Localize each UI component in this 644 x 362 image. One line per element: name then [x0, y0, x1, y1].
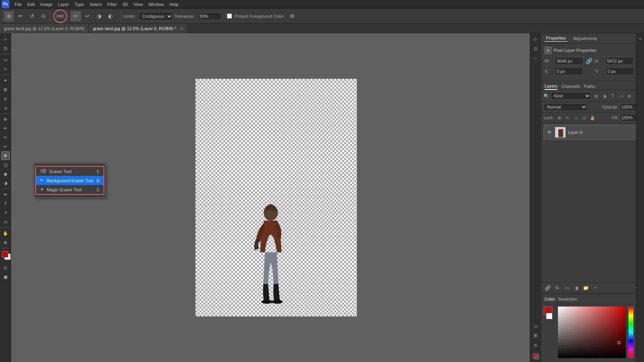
layers-tab-channels[interactable]: Channels	[562, 83, 580, 90]
menu-view[interactable]: View	[131, 1, 146, 8]
adjustments-tab[interactable]: Adjustments	[570, 35, 600, 42]
tool-perspective-crop[interactable]: ⧈	[1, 94, 10, 103]
tool-eraser-active[interactable]: ✂	[71, 11, 81, 21]
color-gradient-picker[interactable]	[558, 307, 626, 358]
menu-3d[interactable]: 3D	[120, 1, 131, 8]
flyout-bg-eraser-tool[interactable]: ✂ Background Eraser Tool E	[36, 176, 104, 185]
tool-lasso[interactable]: ∿	[1, 65, 10, 73]
tool-history[interactable]: ↩	[82, 11, 92, 21]
layers-tab-layers[interactable]: Layers	[544, 83, 558, 90]
doc-tab-2[interactable]: grass land.jpg @ 12.5% (Layer 0, RGB/8) …	[89, 24, 188, 33]
flyout-magic-eraser-tool[interactable]: ✦ Magic Eraser Tool E	[36, 185, 104, 194]
sec-tool-3[interactable]: ↔	[531, 54, 540, 63]
filter-type-icon[interactable]: T	[609, 92, 616, 99]
w-input[interactable]	[555, 57, 583, 65]
layer-vis-0[interactable]: 👁	[546, 129, 553, 135]
tool-type[interactable]: T	[1, 199, 10, 208]
tolerance-input[interactable]	[198, 12, 222, 20]
tool-rotate-btn[interactable]: ↺	[27, 11, 37, 21]
screen-mode-btn[interactable]: ▣	[1, 272, 10, 281]
tool-blur[interactable]: ◉	[1, 170, 10, 178]
tool-zoom[interactable]: ⊕	[1, 238, 10, 247]
sec-tool-color-1[interactable]	[531, 352, 540, 360]
tool-darken[interactable]: ◑	[94, 11, 104, 21]
tool-crop[interactable]: ⊞	[1, 85, 10, 94]
tool-brush[interactable]: ✏	[1, 124, 10, 133]
y-input[interactable]	[606, 67, 634, 75]
tool-artboard[interactable]: ⊡	[1, 44, 10, 53]
hue-strip[interactable]	[628, 307, 634, 358]
lock-pixels-icon[interactable]: ⊞	[556, 114, 563, 121]
menu-file[interactable]: File	[12, 1, 25, 8]
limits-select[interactable]: Contiguous	[139, 12, 173, 21]
layer-adj-btn[interactable]: ◑	[572, 284, 580, 292]
filter-pixel-icon[interactable]: ⊞	[592, 92, 600, 99]
tool-magic-wand[interactable]: ✦	[1, 76, 10, 85]
tool-spare-btn[interactable]: ⊙	[38, 11, 48, 21]
flyout-eraser-tool[interactable]: ⌫ Eraser Tool E	[36, 167, 104, 176]
canvas-document[interactable]	[196, 79, 357, 316]
lock-paint-icon[interactable]: ✏	[564, 114, 571, 121]
tool-path-select[interactable]: ↗	[1, 208, 10, 217]
layers-tab-paths[interactable]: Paths	[584, 83, 595, 90]
h-input[interactable]	[605, 57, 634, 65]
menu-layer[interactable]: Layer	[55, 1, 72, 8]
opacity-input[interactable]	[620, 103, 638, 111]
color-tab-swatches[interactable]: Swatches	[558, 296, 577, 302]
doc-tab-2-close[interactable]: ✕	[180, 27, 183, 31]
tool-select-btn[interactable]: ⊕	[4, 11, 14, 21]
menu-image[interactable]: Image	[38, 1, 56, 8]
filter-shape-icon[interactable]: ▭	[617, 92, 625, 99]
tool-clone[interactable]: ✂	[1, 133, 10, 142]
tool-history-brush[interactable]: ↩	[1, 142, 10, 151]
menu-edit[interactable]: Edit	[25, 1, 38, 8]
sec-tool-bottom-3[interactable]: ⧈	[531, 341, 540, 349]
color-tab-color[interactable]: Color	[544, 296, 555, 302]
menu-help[interactable]: Help	[167, 1, 182, 8]
filter-adj-icon[interactable]: ◑	[601, 92, 608, 99]
lock-artboard-icon[interactable]: ⊡	[581, 114, 588, 121]
tool-hand[interactable]: ✋	[1, 229, 10, 238]
tool-brush-btn[interactable]: ✏	[15, 11, 25, 21]
canvas-area[interactable]: ⌫ Eraser Tool E ✂ Background Eraser Tool…	[11, 33, 541, 362]
blend-mode-select[interactable]: Normal	[544, 103, 587, 111]
tool-lighten[interactable]: ◐	[105, 11, 115, 21]
bg-color-swatch[interactable]	[546, 313, 552, 319]
lock-move-icon[interactable]: ⊹	[572, 114, 579, 121]
doc-tab-1[interactable]: grass land.jpg @ 12.5% (Layer 0, RGB/8)	[0, 24, 89, 33]
tool-shape[interactable]: ▭	[1, 217, 10, 226]
filter-smart-icon[interactable]: ⊕	[626, 92, 633, 99]
tool-gradient[interactable]: ◫	[1, 160, 10, 169]
menu-filter[interactable]: Filter	[104, 1, 119, 8]
tool-eraser[interactable]: ✖	[1, 151, 10, 160]
sec-tool-bottom-1[interactable]: ▭	[531, 322, 540, 330]
layer-item-0[interactable]: 👁 Layer 0	[544, 125, 642, 140]
properties-tab[interactable]: Properties	[544, 35, 567, 42]
menu-window[interactable]: Window	[146, 1, 167, 8]
sec-tool-2[interactable]: ⊡	[531, 44, 540, 53]
tool-move[interactable]: ⊹	[1, 35, 10, 44]
layers-kind-select[interactable]: Kind	[551, 92, 591, 100]
link-icon[interactable]: 🔗	[586, 58, 592, 64]
fill-input[interactable]	[620, 114, 638, 122]
menu-select[interactable]: Select	[87, 1, 105, 8]
sec-tool-bottom-2[interactable]: ⊞	[531, 331, 540, 340]
protect-fg-checkbox[interactable]	[227, 13, 232, 19]
layer-group-btn[interactable]: 📁	[582, 284, 590, 292]
layer-fx-btn[interactable]: fx	[553, 284, 561, 292]
layer-link-btn[interactable]: 🔗	[544, 284, 552, 292]
layer-mask-btn[interactable]: ▭	[563, 284, 571, 292]
rsi-1[interactable]: ≡	[637, 35, 644, 43]
foreground-color[interactable]	[2, 251, 8, 257]
quick-mask-btn[interactable]: ⊙	[1, 263, 10, 272]
brush-size-circle[interactable]: 2097	[54, 10, 67, 23]
tool-dodge[interactable]: ◑	[1, 179, 10, 187]
sec-tool-1[interactable]: ⊹	[531, 35, 540, 44]
menu-type[interactable]: Type	[72, 1, 87, 8]
layer-new-btn[interactable]: +	[591, 284, 599, 292]
lock-all-icon[interactable]: 🔒	[589, 114, 596, 121]
tool-pen[interactable]: ✒	[1, 190, 10, 199]
x-input[interactable]	[555, 67, 583, 75]
tool-eyedropper[interactable]: ⊿	[1, 103, 10, 112]
protect-fg-icon[interactable]: ⚙	[287, 11, 297, 21]
